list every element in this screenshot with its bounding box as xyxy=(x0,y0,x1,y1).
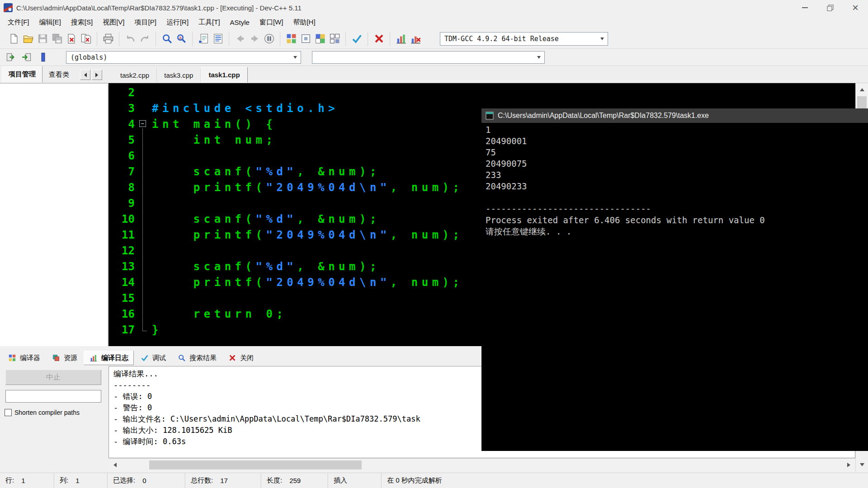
print-icon[interactable] xyxy=(101,32,115,46)
report-tab[interactable]: 搜索结果 xyxy=(172,351,222,365)
profile-icon[interactable] xyxy=(89,353,98,362)
goto-line-icon[interactable] xyxy=(196,32,211,46)
pin-icon[interactable] xyxy=(36,51,50,64)
syntax-check-icon[interactable] xyxy=(349,32,364,46)
tab-scroll-right-button[interactable] xyxy=(92,70,102,80)
jump-declaration-icon[interactable] xyxy=(4,51,17,64)
menu-item[interactable]: 搜索[S] xyxy=(66,16,98,28)
status-label: 行: xyxy=(5,476,14,485)
close-file-icon[interactable] xyxy=(64,32,79,46)
close-all-icon[interactable] xyxy=(79,32,93,46)
status-label: 列: xyxy=(60,476,68,485)
toolbar-group xyxy=(280,32,345,46)
compile-icon[interactable] xyxy=(284,32,298,46)
editor-tab[interactable]: task1.cpp xyxy=(201,67,247,83)
abort-icon[interactable] xyxy=(228,353,237,362)
editor-tab[interactable]: task3.cpp xyxy=(157,68,201,83)
rebuild-icon[interactable] xyxy=(327,32,342,46)
menu-item[interactable]: 项目[P] xyxy=(130,16,161,28)
open-file-icon[interactable] xyxy=(21,32,35,46)
profile-delete-icon[interactable] xyxy=(408,32,423,46)
close-button[interactable]: × xyxy=(843,0,868,15)
menu-item[interactable]: 文件[F] xyxy=(3,16,34,28)
scroll-right-button[interactable] xyxy=(843,459,855,471)
window-title: C:\Users\admin\AppData\Local\Temp\Rar$DI… xyxy=(16,4,302,12)
function-list-icon[interactable] xyxy=(211,32,225,46)
minimize-button[interactable] xyxy=(792,0,817,15)
chevron-down-icon[interactable] xyxy=(290,52,301,63)
line-number: 15 xyxy=(108,292,137,305)
console-line xyxy=(486,192,864,203)
fold-column xyxy=(137,290,149,306)
report-tab[interactable]: 编译日志 xyxy=(84,351,134,365)
replace-icon[interactable]: a xyxy=(174,32,189,46)
report-tab[interactable]: 资源 xyxy=(47,351,82,365)
menu-item[interactable]: 帮助[H] xyxy=(288,16,320,28)
status-label: 已选择: xyxy=(113,476,135,485)
fold-column xyxy=(137,243,149,258)
fold-column xyxy=(137,227,149,243)
tab-scroll-left-button[interactable] xyxy=(80,70,90,80)
editor-tab[interactable]: task2.cpp xyxy=(113,68,157,83)
menu-item[interactable]: 视图[V] xyxy=(98,16,129,28)
chevron-right-icon xyxy=(95,73,100,77)
project-manager-panel[interactable] xyxy=(0,83,108,346)
console-title-bar[interactable]: C:\Users\admin\AppData\Local\Temp\Rar$DI… xyxy=(481,108,868,123)
globals-select[interactable]: (globals) xyxy=(66,51,301,64)
report-tab[interactable]: 调试 xyxy=(135,351,171,365)
save-all-icon xyxy=(50,32,64,46)
menu-item[interactable]: 编辑[E] xyxy=(34,16,66,28)
shorten-paths-row: Shorten compiler paths xyxy=(5,409,106,416)
main-toolbar: a TDM-GCC 4.9.2 64-bit Release xyxy=(0,29,868,49)
fold-column xyxy=(137,258,149,274)
status-segment: 总行数:17 xyxy=(185,473,261,488)
console-output[interactable]: 120490001752049007523320490233 ---------… xyxy=(481,123,868,451)
tab-row: 项目管理查看类 task2.cpptask3.cpptask1.cpp xyxy=(0,66,868,83)
abort-icon[interactable] xyxy=(372,32,386,46)
jump-definition-icon[interactable] xyxy=(20,51,33,64)
resource-icon[interactable] xyxy=(52,353,61,362)
compile-icon[interactable] xyxy=(8,353,17,362)
globals-select-value: (globals) xyxy=(71,53,107,61)
menu-item[interactable]: 窗口[W] xyxy=(255,16,288,28)
status-segment: 长度:259 xyxy=(261,473,328,488)
fold-collapse-icon[interactable]: − xyxy=(139,120,146,127)
chevron-down-icon[interactable] xyxy=(533,52,544,63)
status-value: 259 xyxy=(289,477,301,484)
scroll-left-button[interactable] xyxy=(108,459,121,471)
forward-icon xyxy=(247,32,262,46)
horizontal-scrollbar-thumb[interactable] xyxy=(149,460,362,469)
log-horizontal-scrollbar[interactable] xyxy=(108,458,855,471)
scroll-down-button[interactable] xyxy=(856,459,868,471)
left-panel-tab[interactable]: 查看类 xyxy=(42,67,75,83)
report-tab[interactable]: 编译器 xyxy=(3,351,45,365)
report-tab[interactable]: 关闭 xyxy=(223,351,259,365)
console-window[interactable]: C:\Users\admin\AppData\Local\Temp\Rar$DI… xyxy=(481,108,868,451)
run-icon[interactable] xyxy=(298,32,313,46)
line-number: 8 xyxy=(108,181,137,194)
menu-item[interactable]: 运行[R] xyxy=(161,16,193,28)
left-panel-tab[interactable]: 项目管理 xyxy=(2,66,42,83)
title-bar[interactable]: C:\Users\admin\AppData\Local\Temp\Rar$DI… xyxy=(0,0,868,15)
report-tab-label: 编译日志 xyxy=(101,354,128,362)
fold-column xyxy=(137,274,149,290)
line-number: 16 xyxy=(108,308,137,320)
profile-icon[interactable] xyxy=(394,32,408,46)
menu-item[interactable]: AStyle xyxy=(225,17,255,28)
new-file-icon[interactable] xyxy=(6,32,21,46)
find-icon[interactable] xyxy=(177,353,186,362)
scroll-up-button[interactable] xyxy=(856,83,868,95)
class-toolbar-icons xyxy=(4,51,50,64)
find-icon[interactable] xyxy=(160,32,174,46)
debug-pause-icon[interactable] xyxy=(262,32,276,46)
compile-run-icon[interactable] xyxy=(313,32,327,46)
compiler-select[interactable]: TDM-GCC 4.9.2 64-bit Release xyxy=(440,32,608,46)
members-select[interactable] xyxy=(312,51,545,64)
syntax-check-icon[interactable] xyxy=(140,353,149,362)
maximize-button[interactable] xyxy=(817,0,843,15)
editor-tabs: task2.cpptask3.cpptask1.cpp xyxy=(113,66,248,83)
chevron-down-icon[interactable] xyxy=(597,33,608,45)
report-tab-label: 编译器 xyxy=(20,354,40,362)
menu-item[interactable]: 工具[T] xyxy=(193,16,225,28)
shorten-paths-checkbox[interactable] xyxy=(5,409,12,416)
